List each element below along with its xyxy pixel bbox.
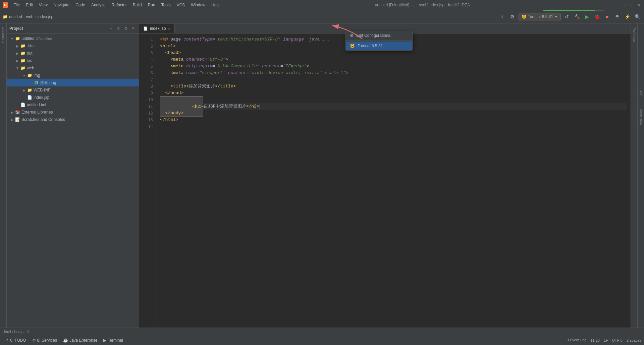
terminal-tab[interactable]: ▶ Terminal: [101, 337, 125, 343]
code-line-13: </html>: [160, 117, 627, 123]
scratches-icon: 📝: [15, 117, 20, 122]
tree-item-untitled[interactable]: ▼ 📁 untitled D:\untitled: [7, 35, 139, 42]
settings-button[interactable]: ⚙: [508, 13, 517, 21]
settings-icon[interactable]: ⚙: [123, 25, 129, 31]
breadcrumb-project[interactable]: 📁: [3, 14, 8, 19]
tree-item-img[interactable]: ▼ 📁 img: [7, 72, 139, 79]
tree-label-untitled: untitled D:\untitled: [21, 36, 52, 41]
tree-item-web[interactable]: ▼ 📁 web: [7, 64, 139, 72]
indent-indicator[interactable]: 2 spaces: [627, 338, 641, 342]
services-icon: ⚙: [32, 338, 36, 343]
line-num-12: 12: [139, 110, 153, 117]
code-editor[interactable]: <%@ page contentType = "text/html;charse…: [156, 33, 631, 328]
menu-file[interactable]: File: [11, 2, 22, 8]
word-book-label[interactable]: Word Book: [639, 109, 643, 125]
src-folder-icon: 📁: [20, 58, 25, 63]
ant-explorer-label[interactable]: Ant: [639, 90, 643, 95]
menu-view[interactable]: View: [36, 2, 50, 8]
out-folder-icon: 📁: [20, 51, 25, 56]
encoding-indicator[interactable]: UTF-8: [612, 338, 623, 342]
profiler-button[interactable]: ⚡: [623, 13, 631, 21]
tab-close-button[interactable]: ✕: [168, 27, 170, 30]
expand-arrow-out[interactable]: ▶: [15, 51, 20, 56]
idea-folder-icon: 📁: [20, 43, 25, 49]
breadcrumb-project-label[interactable]: untitled: [9, 14, 22, 19]
menu-bar[interactable]: File Edit View Navigate Code Analyze Ref…: [11, 2, 222, 8]
menu-navigate[interactable]: Navigate: [51, 2, 72, 8]
window-controls[interactable]: ─ □ ✕: [623, 2, 641, 8]
tree-item-extlibs[interactable]: ▶ 📚 External Libraries: [7, 109, 139, 116]
event-log-label: Event Log: [570, 338, 587, 342]
code-line-8: <title> 添加背景图片 </title>: [160, 83, 627, 90]
tree-item-scratches[interactable]: ▶ 📝 Scratches and Consoles: [7, 116, 139, 123]
expand-arrow-src[interactable]: ▶: [15, 58, 20, 63]
run-button[interactable]: ▶: [583, 13, 591, 21]
expand-arrow-idea[interactable]: ▶: [15, 43, 20, 49]
expand-arrow-scratches[interactable]: ▶: [9, 117, 15, 122]
services-tab[interactable]: ⚙ 8: Services: [30, 337, 60, 343]
title-bar: IJ File Edit View Navigate Code Analyze …: [0, 0, 644, 10]
java-enterprise-tab[interactable]: ☕ Java Enterprise: [60, 337, 100, 343]
structure-label[interactable]: 2: Structure: [1, 25, 6, 45]
expand-arrow-webinf[interactable]: ▶: [21, 87, 27, 93]
line-col-indicator[interactable]: 11:23: [590, 338, 600, 342]
menu-run[interactable]: Run: [145, 2, 158, 8]
java-label: Java Enterprise: [69, 338, 97, 343]
run-config-button[interactable]: 🐱 Tomcat 8.5.31 ▼: [519, 13, 561, 20]
tree-item-indexjsp[interactable]: 📄 index.jsp: [7, 94, 139, 101]
new-file-button[interactable]: +: [108, 25, 114, 31]
back-button[interactable]: [498, 13, 506, 21]
event-log-button[interactable]: ℹ Event Log: [568, 338, 587, 342]
tree-item-iml[interactable]: 📄 untitled.iml: [7, 101, 139, 109]
expand-arrow-untitled[interactable]: ▼: [9, 36, 15, 41]
coverage-button[interactable]: ☂: [613, 13, 621, 21]
line-num-6: 6: [139, 70, 153, 76]
search-everywhere-button[interactable]: 🔍: [633, 13, 641, 21]
tree-item-webinf[interactable]: ▶ 📁 WEB-INF: [7, 86, 139, 94]
menu-build[interactable]: Build: [130, 2, 145, 8]
close-panel-button[interactable]: ✕: [130, 25, 136, 31]
tree-item-idea[interactable]: ▶ 📁 .idea: [7, 42, 139, 50]
debug-button[interactable]: 🐞: [593, 13, 601, 21]
expand-arrow-web[interactable]: ▼: [15, 65, 20, 71]
expand-arrow-extlibs[interactable]: ▶: [9, 110, 15, 115]
tree-item-src[interactable]: ▶ 📁 src: [7, 57, 139, 64]
collapse-all-button[interactable]: ≡: [115, 25, 121, 31]
menu-tools[interactable]: Tools: [159, 2, 173, 8]
tree-item-image[interactable]: 🖼 图画.png: [7, 79, 139, 86]
menu-window[interactable]: Window: [188, 2, 208, 8]
window-title: untitled [D:\untitled] — ...\web\index.j…: [225, 3, 620, 7]
close-button[interactable]: ✕: [636, 2, 641, 8]
code-line-6: <meta name = "viewport" content = "width…: [160, 70, 627, 76]
breadcrumb-web[interactable]: web: [26, 14, 34, 19]
menu-refactor[interactable]: Refactor: [109, 2, 129, 8]
expand-arrow-img[interactable]: ▼: [21, 73, 27, 78]
line-num-2: 2: [139, 43, 153, 50]
arrow-annotation: [329, 22, 369, 43]
editor-tab-indexjsp[interactable]: 📄 index.jsp ✕: [139, 24, 175, 33]
dropdown-tomcat-label: Tomcat 8.5.31: [358, 44, 383, 48]
build-button[interactable]: 🔨: [573, 13, 581, 21]
stop-button[interactable]: ■: [603, 13, 611, 21]
menu-help[interactable]: Help: [209, 2, 222, 8]
minimize-button[interactable]: ─: [623, 2, 628, 8]
menu-vcs[interactable]: VCS: [174, 2, 188, 8]
code-line-12: </body>: [160, 110, 627, 117]
bottom-toolbar: ✓ 6: TODO ⚙ 8: Services ☕ Java Enterpris…: [0, 335, 644, 345]
todo-label: 6: TODO: [10, 338, 26, 343]
line-separator-indicator[interactable]: LF: [604, 338, 608, 342]
menu-analyze[interactable]: Analyze: [89, 2, 108, 8]
reload-button[interactable]: ↺: [563, 13, 571, 21]
tree-item-out[interactable]: ▶ 📁 out: [7, 50, 139, 57]
breadcrumb-file[interactable]: index.jsp: [38, 14, 53, 19]
tree-label-scratches: Scratches and Consoles: [21, 117, 65, 122]
maximize-button[interactable]: □: [629, 2, 635, 8]
menu-edit[interactable]: Edit: [23, 2, 36, 8]
todo-tab[interactable]: ✓ 6: TODO: [3, 337, 29, 343]
database-label[interactable]: Database: [632, 26, 637, 43]
extlibs-icon: 📚: [15, 110, 20, 115]
web-folder-icon: 📁: [20, 65, 25, 71]
panel-header-icons: + ≡ ⚙ ✕: [108, 25, 136, 31]
tree-label-img: img: [34, 73, 40, 78]
menu-code[interactable]: Code: [73, 2, 88, 8]
